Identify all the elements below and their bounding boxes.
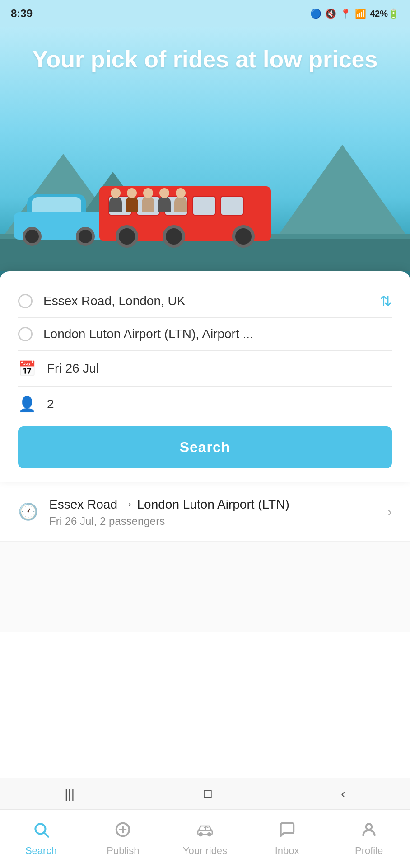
- recent-search-text: Essex Road → London Luton Airport (LTN) …: [49, 495, 377, 528]
- location-icon: 📍: [340, 8, 351, 19]
- publish-nav-label: Publish: [107, 845, 139, 857]
- nav-item-publish[interactable]: Publish: [82, 816, 164, 861]
- swap-icon[interactable]: ⇅: [380, 292, 392, 310]
- status-icons: 🔵 🔇 📍 📶 42%🔋: [310, 8, 399, 19]
- passengers-icon: 👤: [18, 396, 36, 413]
- nav-item-search[interactable]: Search: [0, 816, 82, 861]
- search-card: Essex Road, London, UK ⇅ London Luton Ai…: [0, 271, 410, 482]
- chevron-right-icon: ›: [387, 504, 392, 519]
- android-menu-btn[interactable]: |||: [65, 787, 75, 801]
- hero-section: Your pick of rides at low prices: [0, 27, 410, 289]
- status-time: 8:39: [11, 7, 33, 20]
- to-icon: [18, 327, 33, 341]
- recent-route: Essex Road → London Luton Airport (LTN): [49, 495, 377, 513]
- nav-item-your-rides[interactable]: Your rides: [164, 816, 246, 861]
- from-row[interactable]: Essex Road, London, UK ⇅: [18, 285, 392, 318]
- svg-point-6: [199, 833, 202, 836]
- android-nav-bar: ||| □ ‹: [0, 778, 410, 809]
- to-input[interactable]: London Luton Airport (LTN), Airport ...: [43, 327, 392, 341]
- your-rides-nav-icon: [196, 821, 214, 842]
- search-button[interactable]: Search: [18, 426, 392, 468]
- bridge: [0, 240, 410, 271]
- bottom-nav: Search Publish Your rides: [0, 809, 410, 868]
- profile-nav-icon: [360, 821, 377, 842]
- inbox-nav-icon: [279, 821, 296, 842]
- date-row[interactable]: 📅 Fri 26 Jul: [18, 351, 392, 387]
- bus: [99, 182, 271, 241]
- bluetooth-icon: 🔵: [310, 8, 321, 19]
- calendar-icon: 📅: [18, 360, 36, 377]
- android-back-btn[interactable]: ‹: [341, 787, 345, 801]
- clock-icon: 🕐: [18, 502, 38, 521]
- car-blue: [14, 199, 104, 240]
- from-icon: [18, 294, 33, 308]
- date-input[interactable]: Fri 26 Jul: [47, 361, 392, 376]
- your-rides-nav-label: Your rides: [183, 845, 227, 857]
- empty-area: [0, 542, 410, 632]
- mute-icon: 🔇: [325, 8, 336, 19]
- svg-line-1: [44, 833, 48, 837]
- nav-item-profile[interactable]: Profile: [328, 816, 410, 861]
- svg-point-7: [208, 833, 211, 836]
- recent-details: Fri 26 Jul, 2 passengers: [49, 515, 377, 528]
- svg-point-9: [366, 824, 372, 830]
- nav-item-inbox[interactable]: Inbox: [246, 816, 328, 861]
- publish-nav-icon: [114, 821, 131, 842]
- passengers-input[interactable]: 2: [47, 397, 392, 411]
- search-nav-icon: [33, 821, 50, 842]
- hero-title: Your pick of rides at low prices: [5, 27, 405, 73]
- inbox-nav-label: Inbox: [275, 845, 299, 857]
- battery-icon: 42%🔋: [370, 8, 399, 19]
- profile-nav-label: Profile: [355, 845, 383, 857]
- android-home-btn[interactable]: □: [204, 787, 212, 801]
- from-input[interactable]: Essex Road, London, UK: [43, 294, 392, 308]
- search-nav-label: Search: [25, 845, 57, 857]
- wifi-icon: 📶: [355, 8, 366, 19]
- to-row[interactable]: London Luton Airport (LTN), Airport ...: [18, 318, 392, 351]
- recent-search-item[interactable]: 🕐 Essex Road → London Luton Airport (LTN…: [0, 482, 410, 542]
- status-bar: 8:39 🔵 🔇 📍 📶 42%🔋: [0, 0, 410, 27]
- hero-illustration: [0, 145, 410, 289]
- passengers-row[interactable]: 👤 2: [18, 387, 392, 422]
